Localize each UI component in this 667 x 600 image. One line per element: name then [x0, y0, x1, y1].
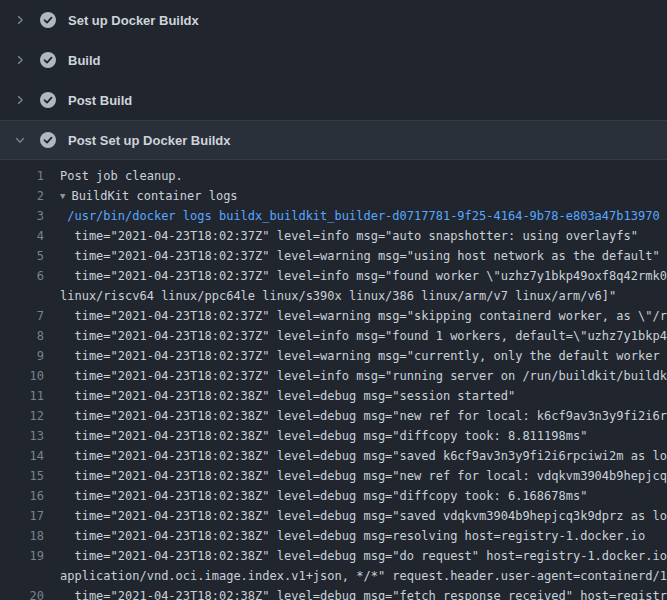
- log-line: 14 time="2021-04-23T18:02:38Z" level=deb…: [0, 446, 667, 466]
- log-line: 3 /usr/bin/docker logs buildx_buildkit_b…: [0, 206, 667, 226]
- log-line: application/vnd.oci.image.index.v1+json,…: [0, 566, 667, 586]
- log-text: time="2021-04-23T18:02:38Z" level=debug …: [60, 546, 667, 566]
- log-text: time="2021-04-23T18:02:37Z" level=warnin…: [60, 346, 667, 366]
- log-line: 20 time="2021-04-23T18:02:38Z" level=deb…: [0, 586, 667, 600]
- line-number: [16, 286, 44, 306]
- log-line: 7 time="2021-04-23T18:02:37Z" level=warn…: [0, 306, 667, 326]
- log-text: time="2021-04-23T18:02:37Z" level=info m…: [60, 266, 667, 286]
- line-number[interactable]: 4: [16, 226, 44, 246]
- log-text: time="2021-04-23T18:02:37Z" level=warnin…: [60, 246, 660, 266]
- check-circle-icon: [40, 52, 56, 68]
- step-header-build[interactable]: Build: [0, 40, 667, 80]
- log-line: 9 time="2021-04-23T18:02:37Z" level=warn…: [0, 346, 667, 366]
- log-text: time="2021-04-23T18:02:38Z" level=debug …: [60, 466, 667, 486]
- line-number[interactable]: 2: [16, 186, 44, 206]
- log-text: time="2021-04-23T18:02:37Z" level=info m…: [60, 226, 638, 246]
- step-title: Post Set up Docker Buildx: [68, 133, 231, 148]
- line-number[interactable]: 15: [16, 466, 44, 486]
- log-text: time="2021-04-23T18:02:38Z" level=debug …: [60, 426, 587, 446]
- log-text: linux/riscv64 linux/ppc64le linux/s390x …: [60, 286, 616, 306]
- log-text: Post job cleanup.: [60, 166, 183, 186]
- log-line: 15 time="2021-04-23T18:02:38Z" level=deb…: [0, 466, 667, 486]
- log-line: 2▼BuildKit container logs: [0, 186, 667, 206]
- line-number[interactable]: 3: [16, 206, 44, 226]
- line-number: [16, 566, 44, 586]
- step-title: Build: [68, 53, 101, 68]
- line-number[interactable]: 18: [16, 526, 44, 546]
- line-number[interactable]: 17: [16, 506, 44, 526]
- line-number[interactable]: 13: [16, 426, 44, 446]
- log-line: 10 time="2021-04-23T18:02:37Z" level=inf…: [0, 366, 667, 386]
- group-toggle-icon[interactable]: ▼: [60, 186, 65, 206]
- log-line: 5 time="2021-04-23T18:02:37Z" level=warn…: [0, 246, 667, 266]
- step-title: Set up Docker Buildx: [68, 13, 199, 28]
- log-line: 6 time="2021-04-23T18:02:37Z" level=info…: [0, 266, 667, 286]
- log-text: time="2021-04-23T18:02:38Z" level=debug …: [60, 406, 667, 426]
- line-number[interactable]: 19: [16, 546, 44, 566]
- line-number[interactable]: 1: [16, 166, 44, 186]
- line-number[interactable]: 10: [16, 366, 44, 386]
- check-circle-icon: [40, 132, 56, 148]
- line-number[interactable]: 11: [16, 386, 44, 406]
- log-line: 18 time="2021-04-23T18:02:38Z" level=deb…: [0, 526, 667, 546]
- step-header-post-set-up-docker-buildx[interactable]: Post Set up Docker Buildx: [0, 120, 667, 160]
- log-text: time="2021-04-23T18:02:38Z" level=debug …: [60, 446, 667, 466]
- log-text: time="2021-04-23T18:02:38Z" level=debug …: [60, 526, 645, 546]
- chevron-right-icon: [14, 54, 26, 66]
- log-line: 4 time="2021-04-23T18:02:37Z" level=info…: [0, 226, 667, 246]
- log-text: time="2021-04-23T18:02:37Z" level=info m…: [60, 326, 667, 346]
- line-number[interactable]: 8: [16, 326, 44, 346]
- step-header-set-up-docker-buildx[interactable]: Set up Docker Buildx: [0, 0, 667, 40]
- line-number[interactable]: 6: [16, 266, 44, 286]
- log-text: time="2021-04-23T18:02:37Z" level=warnin…: [60, 306, 667, 326]
- log-text: time="2021-04-23T18:02:38Z" level=debug …: [60, 586, 667, 600]
- log-lines: 1Post job cleanup.2▼BuildKit container l…: [0, 160, 667, 600]
- line-number[interactable]: 9: [16, 346, 44, 366]
- log-line: 1Post job cleanup.: [0, 166, 667, 186]
- log-line: 19 time="2021-04-23T18:02:38Z" level=deb…: [0, 546, 667, 566]
- log-line: 12 time="2021-04-23T18:02:38Z" level=deb…: [0, 406, 667, 426]
- log-text: time="2021-04-23T18:02:38Z" level=debug …: [60, 486, 587, 506]
- log-text: time="2021-04-23T18:02:37Z" level=info m…: [60, 366, 667, 386]
- step-header-post-build[interactable]: Post Build: [0, 80, 667, 120]
- line-number[interactable]: 7: [16, 306, 44, 326]
- line-number[interactable]: 16: [16, 486, 44, 506]
- log-text: time="2021-04-23T18:02:38Z" level=debug …: [60, 386, 515, 406]
- log-text: ▼BuildKit container logs: [60, 186, 238, 206]
- line-number[interactable]: 5: [16, 246, 44, 266]
- check-circle-icon: [40, 12, 56, 28]
- steps-list: Set up Docker Buildx Build Post Build Po…: [0, 0, 667, 160]
- log-command-text: /usr/bin/docker logs buildx_buildkit_bui…: [60, 206, 660, 226]
- log-line: 13 time="2021-04-23T18:02:38Z" level=deb…: [0, 426, 667, 446]
- line-number[interactable]: 14: [16, 446, 44, 466]
- log-line: 11 time="2021-04-23T18:02:38Z" level=deb…: [0, 386, 667, 406]
- log-line: 17 time="2021-04-23T18:02:38Z" level=deb…: [0, 506, 667, 526]
- line-number[interactable]: 12: [16, 406, 44, 426]
- log-text: application/vnd.oci.image.index.v1+json,…: [60, 566, 667, 586]
- log-line: linux/riscv64 linux/ppc64le linux/s390x …: [0, 286, 667, 306]
- chevron-down-icon: [14, 134, 26, 146]
- log-line: 8 time="2021-04-23T18:02:37Z" level=info…: [0, 326, 667, 346]
- step-title: Post Build: [68, 93, 132, 108]
- chevron-right-icon: [14, 94, 26, 106]
- chevron-right-icon: [14, 14, 26, 26]
- log-text: time="2021-04-23T18:02:38Z" level=debug …: [60, 506, 667, 526]
- check-circle-icon: [40, 92, 56, 108]
- log-line: 16 time="2021-04-23T18:02:38Z" level=deb…: [0, 486, 667, 506]
- line-number[interactable]: 20: [16, 586, 44, 600]
